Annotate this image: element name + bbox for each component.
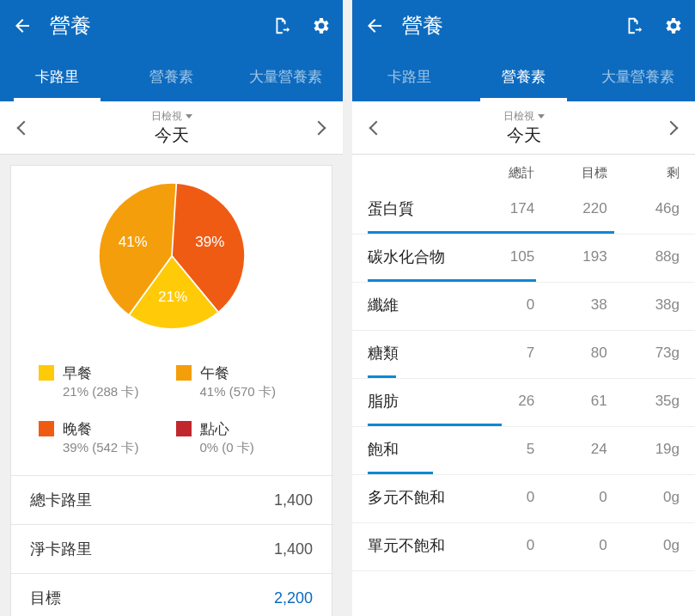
tab-macros[interactable]: 大量營養素 xyxy=(229,52,343,101)
back-button[interactable] xyxy=(363,14,387,38)
nutrient-total: 105 xyxy=(462,248,534,265)
row-total-calories: 總卡路里1,400 xyxy=(11,475,332,524)
nutrient-row-sugar[interactable]: 糖類78073g xyxy=(352,331,695,379)
progress-bar xyxy=(368,472,680,474)
tabs: 卡路里 營養素 大量營養素 xyxy=(352,52,695,101)
nutrient-total: 7 xyxy=(462,345,534,362)
legend-name: 午餐 xyxy=(200,363,276,383)
dropdown-icon xyxy=(186,114,192,119)
date-value: 今天 xyxy=(507,124,541,147)
nutrient-goal: 0 xyxy=(534,489,607,506)
nutrient-name: 單元不飽和 xyxy=(368,535,462,556)
nutrient-left: 88g xyxy=(607,248,680,265)
nutrient-goal: 38 xyxy=(534,296,607,314)
page-title: 營養 xyxy=(50,12,253,40)
nutrient-left: 19g xyxy=(607,441,680,458)
nutrient-left: 0g xyxy=(607,537,680,554)
legend-detail: 0% (0 卡) xyxy=(200,440,254,456)
gear-icon xyxy=(310,15,331,36)
legend-breakfast: 早餐21% (288 卡) xyxy=(39,363,168,400)
progress-bar xyxy=(368,327,680,330)
export-button[interactable] xyxy=(269,14,293,38)
nutrient-left: 35g xyxy=(607,393,680,410)
legend-snacks: 點心0% (0 卡) xyxy=(176,419,305,456)
date-prev-button[interactable] xyxy=(352,123,400,133)
legend-name: 早餐 xyxy=(63,363,138,383)
date-prev-button[interactable] xyxy=(0,123,48,133)
nutrient-name: 蛋白質 xyxy=(368,198,462,219)
header-left: 剩 xyxy=(607,165,680,181)
date-bar: 日檢視 今天 xyxy=(0,101,343,155)
swatch-dinner xyxy=(39,421,54,436)
arrow-left-icon xyxy=(364,15,385,36)
swatch-lunch xyxy=(176,365,192,381)
tab-nutrients[interactable]: 營養素 xyxy=(114,52,229,101)
nutrient-left: 38g xyxy=(607,296,680,314)
nutrient-left: 46g xyxy=(607,200,680,217)
chevron-left-icon xyxy=(369,120,384,135)
tabs: 卡路里 營養素 大量營養素 xyxy=(0,52,343,101)
nutrient-row-sat[interactable]: 飽和52419g xyxy=(352,427,695,475)
nutrient-goal: 193 xyxy=(534,248,607,265)
settings-button[interactable] xyxy=(661,14,685,38)
row-net-calories: 淨卡路里1,400 xyxy=(11,524,332,573)
legend-detail: 21% (288 卡) xyxy=(63,384,138,400)
nutrient-goal: 61 xyxy=(534,393,607,410)
chevron-right-icon xyxy=(664,120,679,135)
date-next-button[interactable] xyxy=(295,123,343,133)
header-total: 總計 xyxy=(462,165,534,181)
nutrient-total: 0 xyxy=(462,489,534,506)
nutrient-row-fiber[interactable]: 纖維03838g xyxy=(352,283,695,331)
export-button[interactable] xyxy=(621,14,645,38)
table-header: 總計 目標 剩 xyxy=(352,155,695,186)
chevron-left-icon xyxy=(17,120,32,135)
settings-button[interactable] xyxy=(308,14,332,38)
back-button[interactable] xyxy=(10,14,34,38)
nutrient-total: 174 xyxy=(462,200,534,217)
progress-bar xyxy=(368,568,680,570)
calorie-pie-chart: 39%21%41% xyxy=(99,183,245,329)
dropdown-icon xyxy=(538,114,545,119)
nutrient-row-poly[interactable]: 多元不飽和000g xyxy=(352,475,695,523)
chevron-right-icon xyxy=(312,120,326,135)
arrow-left-icon xyxy=(12,15,33,36)
screen-nutrients: 營養 卡路里 營養素 大量營養素 日檢視 今天 總計 目標 剩 蛋白質17422… xyxy=(352,0,695,616)
swatch-snacks xyxy=(176,421,192,436)
file-export-icon xyxy=(271,16,290,35)
nutrient-name: 糖類 xyxy=(368,343,462,363)
tab-macros[interactable]: 大量營養素 xyxy=(581,52,695,101)
content-area[interactable]: 39%21%41% 早餐21% (288 卡) 午餐41% (570 卡) 晚餐… xyxy=(0,155,343,616)
nutrient-goal: 220 xyxy=(534,200,607,217)
header-goal: 目標 xyxy=(534,165,607,181)
date-mode-label: 日檢視 xyxy=(503,109,534,124)
nutrient-row-protein[interactable]: 蛋白質17422046g xyxy=(352,186,695,235)
date-bar: 日檢視 今天 xyxy=(352,101,695,155)
nutrient-name: 多元不飽和 xyxy=(368,487,462,508)
progress-bar xyxy=(368,424,680,426)
appbar: 營養 xyxy=(0,0,343,52)
tab-calories[interactable]: 卡路里 xyxy=(0,52,114,101)
calorie-card: 39%21%41% 早餐21% (288 卡) 午餐41% (570 卡) 晚餐… xyxy=(10,165,332,616)
tab-calories[interactable]: 卡路里 xyxy=(352,52,466,101)
nutrient-name: 脂肪 xyxy=(368,391,462,412)
nutrient-row-carbs[interactable]: 碳水化合物10519388g xyxy=(352,235,695,283)
nutrient-total: 0 xyxy=(462,296,534,314)
date-selector[interactable]: 日檢視 今天 xyxy=(48,109,295,147)
progress-bar xyxy=(368,520,680,522)
legend-name: 晚餐 xyxy=(63,419,138,439)
file-export-icon xyxy=(624,16,643,35)
nutrient-total: 26 xyxy=(462,393,534,410)
nutrient-table[interactable]: 總計 目標 剩 蛋白質17422046g碳水化合物10519388g纖維0383… xyxy=(352,155,695,616)
date-next-button[interactable] xyxy=(647,123,695,133)
page-title: 營養 xyxy=(402,12,606,40)
screen-calories: 營養 卡路里 營養素 大量營養素 日檢視 今天 39%21%41% xyxy=(0,0,343,616)
date-mode-label: 日檢視 xyxy=(151,109,182,124)
nutrient-goal: 24 xyxy=(534,441,607,458)
legend-dinner: 晚餐39% (542 卡) xyxy=(39,419,168,456)
date-selector[interactable]: 日檢視 今天 xyxy=(400,109,647,147)
nutrient-goal: 80 xyxy=(534,345,607,362)
gear-icon xyxy=(662,15,683,36)
nutrient-row-fat[interactable]: 脂肪266135g xyxy=(352,379,695,427)
tab-nutrients[interactable]: 營養素 xyxy=(466,52,581,101)
nutrient-row-mono[interactable]: 單元不飽和000g xyxy=(352,523,695,571)
